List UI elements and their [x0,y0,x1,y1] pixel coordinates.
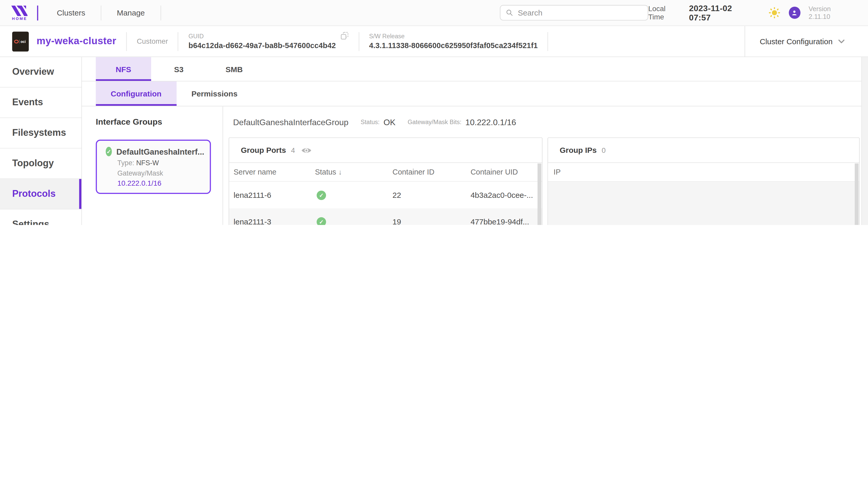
tab-s3[interactable]: S3 [151,57,207,81]
type-label: Type: [117,159,134,167]
sw-release-value: 4.3.1.11338-8066600c625950f3faf05ca234f5… [369,41,538,50]
chevron-down-icon [838,39,845,44]
column-ip[interactable]: IP [554,168,561,176]
tab-nfs[interactable]: NFS [96,57,151,81]
copy-guid-button[interactable] [340,32,348,40]
sidebar: Overview Events Filesystems Topology Pro… [0,57,82,225]
group-ports-table-header: Server name Status↓ Container ID Contain… [229,163,542,182]
table-row[interactable]: lena2111-3 19 477bbe19-94df... [229,208,542,225]
page-scrollbar[interactable] [861,57,868,225]
guid-block: GUID b64c12da-d662-49a7-ba8b-547600cc4b4… [189,33,336,50]
sidebar-item-topology[interactable]: Topology [0,148,82,179]
gateway-mask-bits-value: 10.222.0.1/16 [465,117,516,126]
column-server-name[interactable]: Server name [234,168,315,176]
status-ok-icon [106,147,112,156]
sw-release-label: S/W Release [369,33,538,39]
column-status[interactable]: Status↓ [315,168,393,176]
interface-groups-title: Interface Groups [96,117,223,126]
container-id-cell: 19 [393,217,470,225]
group-ips-count: 0 [602,146,606,154]
local-time-value: 2023-11-02 07:57 [689,3,754,22]
eye-icon[interactable] [301,147,312,154]
cluster-configuration-menu[interactable]: Cluster Configuration [745,26,868,57]
sidebar-item-overview[interactable]: Overview [0,57,82,88]
tab-smb[interactable]: SMB [207,57,262,81]
sidebar-item-events[interactable]: Events [0,88,82,118]
customer-label: Customer [137,37,168,46]
sidebar-item-filesystems[interactable]: Filesystems [0,118,82,148]
svg-text:oci: oci [21,39,26,44]
topbar-right: Local Time 2023-11-02 07:57 [648,3,852,22]
nav-item-manage[interactable]: Manage [101,5,161,20]
divider [359,32,359,51]
container-uid-cell: 477bbe19-94df... [470,217,542,225]
sw-release-block: S/W Release 4.3.1.11338-8066600c625950f3… [369,33,538,50]
status-ok-icon [317,190,326,200]
version-label: Version 2.11.10 [809,5,852,21]
status-value: OK [383,117,395,126]
sidebar-item-protocols[interactable]: Protocols [0,179,82,209]
weka-app: HOME Clusters Manage Local Time 2023-11-… [0,0,868,225]
user-avatar[interactable] [789,7,800,19]
interface-group-card[interactable]: DefaultGaneshaInterf... Type: NFS-W Gate… [96,140,211,194]
subtab-configuration[interactable]: Configuration [96,81,177,106]
container-id-cell: 22 [393,191,470,199]
status-label: Status: [361,119,379,125]
body: Overview Events Filesystems Topology Pro… [0,57,868,225]
server-name-cell: lena2111-6 [234,191,315,199]
table-row[interactable]: lena2111-6 22 4b3a2ac0-0cee-... [229,182,542,208]
nfs-subtabs: Configuration Permissions [82,81,861,106]
cluster-name: my-weka-cluster [36,35,116,47]
main-area: NFS S3 SMB Configuration Permissions Int… [82,57,861,225]
divider [548,32,548,51]
interface-group-name: DefaultGaneshaInterf... [117,147,204,156]
group-ips-panel: Group IPs 0 IP No Group IPs [548,137,860,225]
cluster-header-bar: oci my-weka-cluster Customer GUID b64c12… [0,26,868,57]
container-uid-cell: 4b3a2ac0-0cee-... [470,191,542,199]
home-label: HOME [12,16,27,20]
gateway-mask-label: Gateway/Mask [117,170,204,177]
home-logo[interactable]: HOME [8,5,32,20]
divider [126,32,127,51]
column-container-id[interactable]: Container ID [393,168,470,176]
search-input[interactable] [517,8,642,18]
group-ports-title: Group Ports [241,146,286,154]
copy-icon [340,32,348,40]
oci-cloud-badge: oci [12,31,29,51]
detail-header: DefaultGaneshaInterfaceGroup Status: OK … [228,106,861,137]
nav-item-clusters[interactable]: Clusters [41,5,101,20]
gateway-mask-value: 10.222.0.1/16 [117,179,204,187]
guid-value: b64c12da-d662-49a7-ba8b-547600cc4b42 [189,41,336,50]
nfs-configuration-content: Interface Groups DefaultGaneshaInterf...… [82,106,861,225]
group-ports-count: 4 [291,146,295,154]
type-value: NFS-W [136,159,159,167]
interface-groups-panel: Interface Groups DefaultGaneshaInterf...… [82,106,223,225]
subtab-permissions[interactable]: Permissions [177,81,252,106]
person-icon [791,9,798,16]
protocol-tabs: NFS S3 SMB [82,57,861,81]
vertical-scrollbar[interactable] [855,164,859,225]
top-bar: HOME Clusters Manage Local Time 2023-11-… [0,0,868,26]
sort-desc-icon: ↓ [338,168,342,176]
status-ok-icon [317,217,326,225]
detail-group-name: DefaultGaneshaInterfaceGroup [233,117,348,126]
weka-logo-icon [11,5,28,16]
divider [37,5,38,20]
sidebar-item-settings[interactable]: Settings [0,209,82,225]
local-time-label: Local Time [648,4,682,21]
search-box[interactable] [500,5,648,21]
detail-panels: Group Ports 4 [228,137,860,225]
server-name-cell: lena2111-3 [234,217,315,225]
search-icon [506,9,513,17]
top-nav: Clusters Manage [41,5,161,20]
group-ips-title: Group IPs [560,146,596,154]
group-ports-panel: Group Ports 4 [228,137,542,225]
theme-toggle-sun-icon[interactable] [768,7,780,19]
gateway-mask-bits-label: Gateway/Mask Bits: [408,119,461,125]
guid-label: GUID [189,33,336,39]
interface-group-detail: DefaultGaneshaInterfaceGroup Status: OK … [223,106,862,225]
vertical-scrollbar[interactable] [537,164,541,225]
divider [178,32,179,51]
column-container-uid[interactable]: Container UID [470,168,542,176]
